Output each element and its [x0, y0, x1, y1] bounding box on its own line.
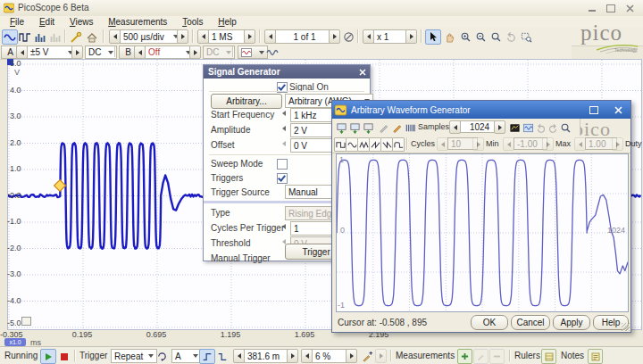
- start-frequency-value: 1 kHz: [294, 111, 317, 120]
- awg-ramp-up-shape-button[interactable]: [369, 137, 381, 152]
- awg-redo-button[interactable]: [546, 120, 559, 136]
- rulers-label: Rulers: [514, 351, 540, 360]
- awg-import-a-button[interactable]: [334, 120, 348, 136]
- pointer-tool-button[interactable]: [425, 29, 441, 45]
- awg-import-b-button[interactable]: [347, 120, 362, 136]
- close-button[interactable]: [623, 3, 637, 13]
- zoom-out-tool-button[interactable]: [472, 29, 489, 45]
- y-tick: -5.0: [7, 318, 21, 327]
- rising-edge-button[interactable]: [199, 349, 215, 364]
- marquee-zoom-icon: [521, 31, 532, 43]
- left-arrow-icon[interactable]: [282, 224, 286, 229]
- maximize-button[interactable]: [604, 3, 617, 13]
- resize-grip[interactable]: [622, 323, 630, 331]
- left-arrow-icon[interactable]: [282, 111, 286, 116]
- awg-pulse-shape-button[interactable]: [392, 137, 405, 152]
- square-wave-mode-button[interactable]: [17, 29, 33, 45]
- awg-ramp-down-shape-button[interactable]: [380, 137, 393, 152]
- advanced-trigger-button[interactable]: [359, 349, 375, 364]
- awg-zoom-button[interactable]: [558, 120, 572, 136]
- menu-tools[interactable]: Tools: [176, 16, 209, 28]
- awg-samples-next[interactable]: [494, 120, 505, 134]
- spectrum-mode-button[interactable]: [32, 29, 48, 45]
- awg-titlebar: Arbitrary Waveform Generator: [332, 101, 630, 119]
- stop-capture-button[interactable]: [56, 349, 72, 364]
- chevron-down-icon: [108, 51, 113, 54]
- range-a-select[interactable]: ±5 V: [27, 46, 77, 59]
- axis-options-icon[interactable]: [21, 317, 31, 326]
- trigger-source-label: Trigger Source: [211, 187, 270, 197]
- zoom-in-tool-button[interactable]: [457, 29, 473, 45]
- trigger-source-value: A: [175, 352, 181, 361]
- menu-file[interactable]: File: [4, 16, 30, 28]
- chevron-down-icon: [193, 354, 198, 358]
- range-b-select[interactable]: Off: [145, 46, 195, 59]
- offset-value: 0 V: [294, 141, 307, 151]
- timebase-select[interactable]: 500 µs/div: [120, 29, 182, 44]
- start-capture-button[interactable]: [40, 349, 56, 364]
- pretrigger-up[interactable]: [346, 349, 357, 363]
- scope-mode-button[interactable]: [2, 29, 18, 45]
- awg-normalize-button[interactable]: [507, 120, 522, 136]
- auto-setup-button[interactable]: [68, 29, 84, 45]
- minimize-button[interactable]: [585, 3, 598, 13]
- right-arrow-icon: [76, 50, 79, 55]
- menu-measurements[interactable]: Measurements: [102, 16, 173, 28]
- trigger-level-field[interactable]: 381.6 m: [244, 349, 292, 363]
- range-a-next-button[interactable]: [71, 46, 83, 59]
- signal-generator-button[interactable]: [238, 46, 268, 59]
- awg-freehand-draw-button[interactable]: [389, 120, 404, 136]
- trigger-mode-select[interactable]: Repeat: [111, 349, 157, 363]
- rulers-button[interactable]: [541, 349, 556, 364]
- awg-samples-label: Samples: [418, 122, 449, 131]
- page-field[interactable]: 1 of 1: [275, 29, 334, 44]
- math-channels-button[interactable]: [264, 45, 280, 60]
- apply-button[interactable]: Apply: [553, 315, 590, 330]
- awg-smooth-button[interactable]: [521, 120, 535, 136]
- marquee-zoom-button[interactable]: [518, 29, 534, 45]
- range-b-next-button[interactable]: [189, 46, 201, 59]
- cursor-arrow-icon: [428, 31, 438, 43]
- awg-sine-shape-button[interactable]: [346, 137, 358, 152]
- add-measurement-button[interactable]: [457, 349, 472, 364]
- ok-button[interactable]: OK: [471, 315, 508, 330]
- trigger-source-select[interactable]: A: [171, 349, 202, 363]
- left-arrow-icon[interactable]: [282, 126, 286, 131]
- zoom-next-button[interactable]: [405, 29, 417, 44]
- falling-edge-button[interactable]: [214, 349, 230, 364]
- rapid-trigger-button[interactable]: [154, 349, 170, 364]
- awg-bitstream-button[interactable]: [403, 120, 417, 136]
- signal-generator-icon: [241, 48, 252, 57]
- trigger-level-up[interactable]: [287, 349, 298, 363]
- close-icon[interactable]: [359, 69, 366, 76]
- hand-tool-button[interactable]: [441, 29, 457, 45]
- awg-import-file-button[interactable]: [361, 120, 375, 136]
- coupling-b-select[interactable]: DC: [203, 46, 235, 59]
- menu-edit[interactable]: Edit: [33, 16, 61, 28]
- arbitrary-button[interactable]: Arbitrary...: [211, 94, 282, 109]
- awg-triangle-shape-button[interactable]: [357, 137, 370, 152]
- sweep-mode-checkbox[interactable]: [277, 159, 288, 170]
- pretrigger-value: 6 %: [315, 352, 330, 361]
- page-next-button[interactable]: [329, 29, 340, 44]
- zoom-full-tool-button[interactable]: [488, 29, 504, 45]
- menu-help[interactable]: Help: [212, 16, 243, 28]
- home-settings-button[interactable]: [84, 29, 100, 45]
- timebase-next-button[interactable]: [177, 29, 188, 44]
- cancel-button[interactable]: Cancel: [511, 315, 550, 330]
- menu-views[interactable]: Views: [63, 16, 100, 28]
- awg-square-shape-button[interactable]: [334, 137, 347, 152]
- notes-button[interactable]: [588, 349, 603, 364]
- x-zoom-badge[interactable]: x1.0: [4, 338, 26, 346]
- triggers-checkbox[interactable]: [277, 173, 288, 184]
- samples-next-button[interactable]: [244, 29, 255, 44]
- awg-maximize-button[interactable]: [587, 104, 600, 115]
- awg-y-mid-label: 0: [340, 226, 345, 235]
- coupling-a-select[interactable]: DC: [85, 46, 117, 59]
- awg-plot[interactable]: 1 0 -1 1024: [336, 153, 629, 312]
- undo-zoom-button[interactable]: [503, 29, 519, 45]
- persistence-mode-button[interactable]: [47, 29, 63, 45]
- capture-options-button[interactable]: [340, 29, 356, 45]
- awg-close-button[interactable]: [612, 104, 625, 115]
- awg-line-draw-button[interactable]: [376, 120, 390, 136]
